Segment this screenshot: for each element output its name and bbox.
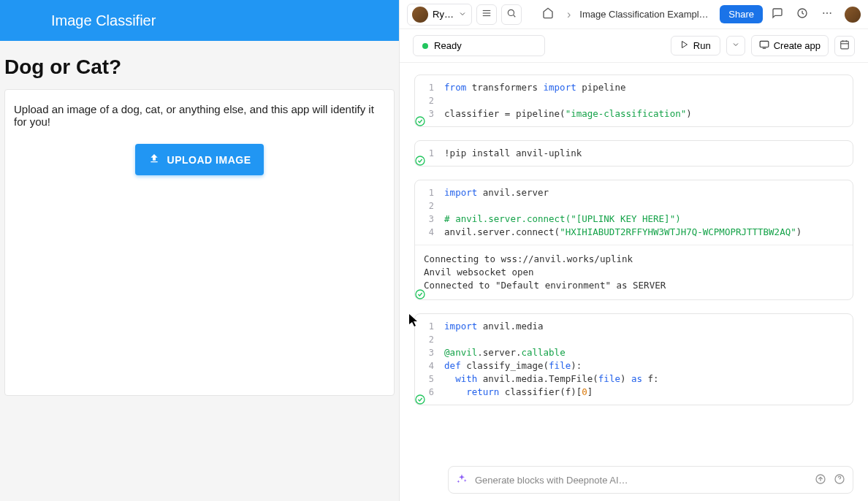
home-icon (542, 7, 554, 21)
more-icon (821, 7, 833, 21)
code-cell[interactable]: 1 2 3 4import anvil.server # anvil.serve… (414, 180, 853, 300)
svg-point-3 (508, 9, 514, 15)
menu-button[interactable] (476, 4, 497, 25)
cell-success-icon (414, 288, 427, 301)
user-avatar-small (412, 7, 428, 23)
schedule-button[interactable] (834, 36, 855, 56)
code-cell[interactable]: 1 2 3from transformers import pipeline c… (414, 74, 853, 127)
code-content[interactable]: !pip install anvil-uplink (415, 141, 853, 166)
breadcrumb-separator: › (567, 8, 571, 21)
line-gutter: 1 2 3 4 (424, 186, 434, 294)
code-content[interactable]: import anvil.media @anvil.server.callabl… (415, 314, 853, 405)
svg-point-16 (416, 117, 425, 126)
search-icon (506, 8, 517, 20)
cell-success-icon (414, 393, 427, 406)
upload-icon (148, 153, 160, 167)
share-button[interactable]: Share (720, 5, 763, 23)
help-icon[interactable] (834, 473, 845, 487)
app-icon (759, 39, 769, 52)
profile-avatar[interactable] (845, 7, 861, 23)
svg-point-8 (830, 12, 831, 14)
upload-image-button[interactable]: UPLOAD IMAGE (135, 144, 264, 175)
line-gutter: 1 2 3 4 5 6 (424, 320, 434, 399)
calendar-icon (840, 39, 850, 52)
history-button[interactable] (792, 4, 812, 25)
ai-generate-bar[interactable]: Generate blocks with Deepnote AI… (448, 466, 853, 494)
app-body: Dog or Cat? Upload an image of a dog, ca… (0, 41, 399, 501)
code-cell[interactable]: 1!pip install anvil-uplink (414, 140, 853, 167)
chevron-down-icon (458, 8, 467, 21)
app-preview-pane: Image Classifier Dog or Cat? Upload an i… (0, 0, 399, 501)
svg-rect-12 (841, 41, 849, 49)
user-name: Ry… (433, 9, 454, 20)
run-label: Run (693, 40, 711, 51)
svg-point-17 (416, 156, 425, 165)
svg-point-6 (823, 12, 824, 14)
workspace-switcher[interactable]: Ry… (407, 4, 472, 26)
create-app-label: Create app (774, 40, 821, 51)
create-app-button[interactable]: Create app (751, 35, 829, 56)
code-content[interactable]: from transformers import pipeline classi… (415, 75, 853, 126)
svg-marker-9 (682, 42, 687, 48)
cell-success-icon (414, 115, 427, 128)
upload-card: Upload an image of a dog, cat, or anythi… (4, 89, 395, 396)
notebook-cells[interactable]: 1 2 3from transformers import pipeline c… (400, 63, 868, 501)
svg-line-4 (514, 15, 516, 18)
breadcrumb-current[interactable]: Image Classification Example … (579, 9, 711, 20)
notebook-pane: Ry… › Image Classification Example … Sha… (399, 0, 868, 501)
search-button[interactable] (501, 4, 522, 25)
play-icon (680, 40, 689, 51)
app-header: Image Classifier (0, 0, 399, 41)
chevron-down-icon (731, 40, 740, 51)
svg-rect-10 (760, 41, 769, 47)
ai-placeholder: Generate blocks with Deepnote AI… (475, 475, 628, 486)
card-description: Upload an image of a dog, cat, or anythi… (14, 103, 385, 128)
page-heading: Dog or Cat? (4, 56, 395, 79)
submit-icon[interactable] (815, 473, 826, 487)
notebook-toolbar: Ready Run Create app (400, 29, 868, 63)
more-button[interactable] (817, 4, 837, 25)
comment-icon (772, 7, 783, 21)
kernel-status[interactable]: Ready (413, 35, 545, 56)
svg-point-7 (826, 12, 828, 14)
status-dot-icon (422, 43, 428, 49)
menu-icon (481, 8, 492, 20)
svg-point-19 (416, 395, 425, 404)
top-bar: Ry… › Image Classification Example … Sha… (400, 0, 868, 29)
upload-image-label: UPLOAD IMAGE (167, 154, 251, 166)
cell-output: Connecting to wss://anvil.works/uplink A… (415, 245, 853, 299)
comments-button[interactable] (767, 4, 788, 25)
run-options-button[interactable] (726, 36, 745, 56)
svg-point-18 (416, 290, 425, 299)
run-button[interactable]: Run (671, 36, 720, 56)
sparkle-icon (456, 473, 468, 487)
home-button[interactable] (538, 4, 558, 25)
kernel-status-label: Ready (434, 40, 462, 51)
history-icon (796, 7, 808, 21)
mouse-cursor-icon (409, 314, 419, 330)
code-content[interactable]: import anvil.server # anvil.server.conne… (415, 180, 853, 245)
cell-success-icon (414, 154, 427, 167)
app-title: Image Classifier (51, 12, 156, 29)
code-cell[interactable]: 1 2 3 4 5 6import anvil.media @anvil.ser… (414, 313, 853, 405)
